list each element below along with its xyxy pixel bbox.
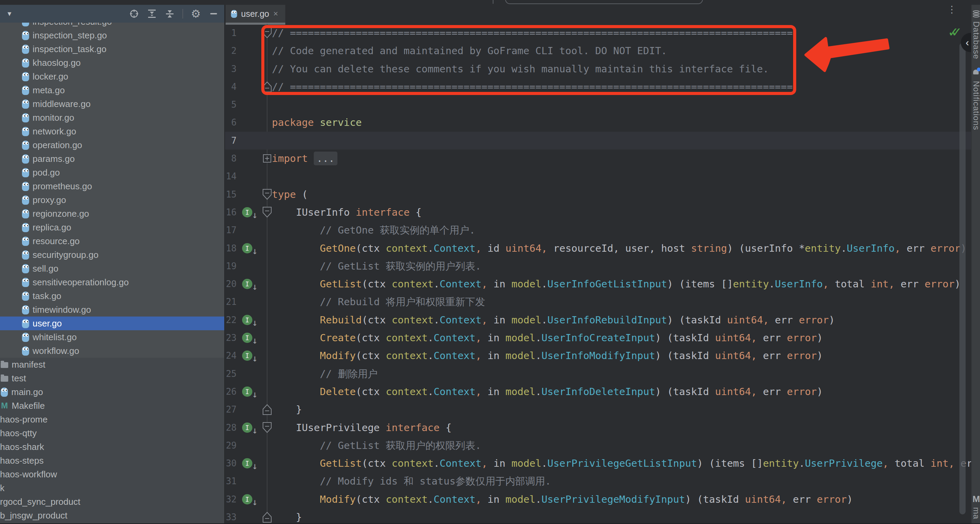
go-file-icon <box>22 237 29 246</box>
code-line-14[interactable]: 14 <box>225 167 971 185</box>
tree-item-pod.go[interactable]: pod.go <box>0 166 225 179</box>
tree-item-haos-steps[interactable]: haos-steps <box>0 454 225 467</box>
tree-item-workflow.go[interactable]: workflow.go <box>0 344 225 358</box>
tab-user-go[interactable]: user.go × <box>226 5 285 22</box>
tree-item-inspection_result.go[interactable]: inspection_result.go <box>0 22 225 29</box>
line-number: 7 <box>225 132 237 150</box>
implementations-gutter-icon[interactable]: I↓ <box>242 419 261 436</box>
code-line-23[interactable]: 23I↓Create(ctx context.Context, in model… <box>225 329 971 347</box>
code-line-24[interactable]: 24I↓Modify(ctx context.Context, in model… <box>225 347 971 365</box>
fold-marker-icon[interactable] <box>261 186 273 203</box>
tree-item-rgocd_sync_product[interactable]: rgocd_sync_product <box>0 495 225 508</box>
tree-item-proxy.go[interactable]: proxy.go <box>0 193 225 207</box>
inspections-ok-icon[interactable]: ✓✓ <box>948 25 955 40</box>
implementations-gutter-icon[interactable]: I↓ <box>242 491 261 508</box>
editor-more-menu-icon[interactable]: ⋮ <box>947 8 957 12</box>
tree-item-resource.go[interactable]: resource.go <box>0 234 225 248</box>
code-line-27[interactable]: 27} <box>225 401 971 418</box>
expand-all-icon[interactable] <box>145 7 158 20</box>
tree-item-Makefile[interactable]: MMakefile <box>0 399 225 413</box>
implementations-gutter-icon[interactable]: I↓ <box>242 383 261 401</box>
fold-marker-icon[interactable] <box>261 508 273 524</box>
settings-gear-icon[interactable]: ⚙ <box>189 7 202 20</box>
tree-item-replica.go[interactable]: replica.go <box>0 220 225 234</box>
collapse-all-icon[interactable] <box>163 7 176 20</box>
tree-item-middleware.go[interactable]: middleware.go <box>0 97 225 111</box>
tree-item-b_jnsgw_product[interactable]: b_jnsgw_product <box>0 508 225 522</box>
code-line-18[interactable]: 18I↓GetOne(ctx context.Context, id uint6… <box>225 239 971 257</box>
tree-item-operation.go[interactable]: operation.go <box>0 138 225 152</box>
implementations-gutter-icon[interactable]: I↓ <box>242 203 261 221</box>
tree-item-network.go[interactable]: network.go <box>0 124 225 138</box>
code-line-17[interactable]: 17// GetOne 获取实例的单个用户. <box>225 221 971 239</box>
tree-item-inspection_task.go[interactable]: inspection_task.go <box>0 42 225 56</box>
code-line-19[interactable]: 19// GetList 获取实例的用户列表. <box>225 257 971 275</box>
tree-item-timewindow.go[interactable]: timewindow.go <box>0 303 225 317</box>
search-everywhere-field[interactable] <box>505 0 703 4</box>
tree-item-whitelist.go[interactable]: whitelist.go <box>0 330 225 344</box>
code-editor[interactable]: 1// ====================================… <box>225 24 971 524</box>
code-text: } <box>272 401 302 418</box>
fold-marker-icon[interactable] <box>261 203 273 221</box>
tool-main-bottom[interactable]: M ma <box>972 494 980 519</box>
code-line-26[interactable]: 26I↓Delete(ctx context.Context, in model… <box>225 383 971 401</box>
code-line-31[interactable]: 31// Modify ids 和 status参数仅用于内部调用. <box>225 472 971 490</box>
tab-close-icon[interactable]: × <box>273 9 278 19</box>
code-line-16[interactable]: 16I↓IUserInfo interface { <box>225 203 971 221</box>
tree-item-haos-shark[interactable]: haos-shark <box>0 440 225 454</box>
tree-item-securitygroup.go[interactable]: securitygroup.go <box>0 248 225 262</box>
code-line-5[interactable]: 5 <box>225 96 971 113</box>
implementations-gutter-icon[interactable]: I↓ <box>242 347 261 365</box>
implementations-gutter-icon[interactable]: I↓ <box>242 239 261 257</box>
fold-marker-icon[interactable] <box>261 401 273 418</box>
code-line-32[interactable]: 32I↓Modify(ctx context.Context, in model… <box>225 491 971 508</box>
implementations-gutter-icon[interactable]: I↓ <box>242 454 261 472</box>
locate-file-icon[interactable] <box>127 7 141 20</box>
tree-item-regionzone.go[interactable]: regionzone.go <box>0 207 225 220</box>
editor-scrollbar[interactable] <box>959 43 966 514</box>
tree-item-user.go[interactable]: user.go <box>0 317 225 330</box>
tree-item-params.go[interactable]: params.go <box>0 152 225 166</box>
fold-marker-icon[interactable] <box>261 419 273 436</box>
fold-marker-icon[interactable] <box>261 150 273 167</box>
code-line-6[interactable]: 6package service <box>225 113 971 131</box>
code-line-30[interactable]: 30I↓GetList(ctx context.Context, in mode… <box>225 454 971 472</box>
tree-item-locker.go[interactable]: locker.go <box>0 70 225 83</box>
tree-item-meta.go[interactable]: meta.go <box>0 83 225 97</box>
implementations-gutter-icon[interactable]: I↓ <box>242 275 261 293</box>
go-file-icon <box>22 223 29 232</box>
tree-item-main.go[interactable]: main.go <box>0 385 225 399</box>
code-line-8[interactable]: 8import ... <box>225 150 971 167</box>
code-line-33[interactable]: 33} <box>225 508 971 524</box>
tree-item-haos-qtty[interactable]: haos-qtty <box>0 426 225 440</box>
tree-item-inspection_step.go[interactable]: inspection_step.go <box>0 29 225 42</box>
tool-database[interactable]: Database <box>972 10 980 59</box>
line-number: 32 <box>225 491 237 508</box>
tree-item-prometheus.go[interactable]: prometheus.go <box>0 179 225 193</box>
tree-item-manifest[interactable]: manifest <box>0 358 225 371</box>
tree-item-sensitiveoperationlog.go[interactable]: sensitiveoperationlog.go <box>0 276 225 289</box>
implementations-gutter-icon[interactable]: I↓ <box>242 311 261 329</box>
tree-item-haos-workflow[interactable]: haos-workflow <box>0 467 225 481</box>
project-dropdown-caret-icon[interactable]: ▾ <box>8 9 11 18</box>
tree-item-label: manifest <box>12 359 45 370</box>
tree-item-haos-prome[interactable]: haos-prome <box>0 413 225 426</box>
tree-item-label: middleware.go <box>33 99 91 109</box>
tree-item-test[interactable]: test <box>0 371 225 385</box>
tool-notifications[interactable]: Notifications <box>972 68 980 130</box>
tree-item-monitor.go[interactable]: monitor.go <box>0 111 225 124</box>
tree-item-sell.go[interactable]: sell.go <box>0 262 225 276</box>
code-line-20[interactable]: 20I↓GetList(ctx context.Context, in mode… <box>225 275 971 293</box>
code-line-25[interactable]: 25// 删除用户 <box>225 365 971 383</box>
code-line-28[interactable]: 28I↓IUserPrivilege interface { <box>225 419 971 436</box>
code-line-15[interactable]: 15type ( <box>225 186 971 203</box>
code-line-21[interactable]: 21// Rebuild 将用户和权限重新下发 <box>225 293 971 311</box>
tree-item-task.go[interactable]: task.go <box>0 289 225 303</box>
code-line-29[interactable]: 29// GetList 获取用户的权限列表. <box>225 436 971 454</box>
code-line-7[interactable]: 7 <box>225 132 971 150</box>
code-line-22[interactable]: 22I↓Rebuild(ctx context.Context, in mode… <box>225 311 971 329</box>
implementations-gutter-icon[interactable]: I↓ <box>242 329 261 347</box>
hide-panel-icon[interactable] <box>207 7 220 20</box>
tree-item-khaoslog.go[interactable]: khaoslog.go <box>0 56 225 70</box>
tree-item-k[interactable]: k <box>0 481 225 495</box>
